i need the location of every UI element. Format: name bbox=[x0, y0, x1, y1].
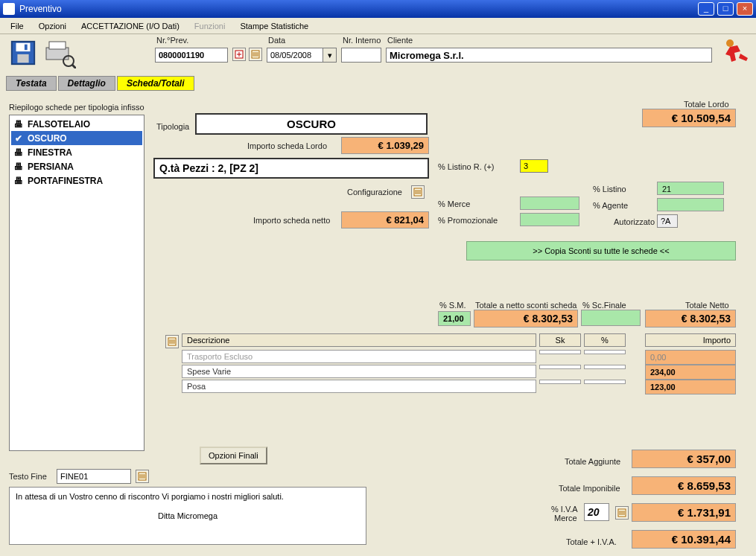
nr-prev-label: Nr.°Prev. bbox=[156, 36, 188, 45]
sk-row-0[interactable] bbox=[539, 350, 581, 354]
printer-icon: 🖶 bbox=[13, 119, 25, 130]
close-button[interactable]: × bbox=[737, 2, 753, 16]
imp-netto-label: Importo scheda netto bbox=[253, 216, 330, 225]
data-label: Data bbox=[268, 36, 285, 45]
nr-prev-button-1[interactable] bbox=[232, 48, 246, 61]
autoriz-value[interactable]: ?A bbox=[657, 214, 678, 228]
footer-line2: Ditta Micromega bbox=[16, 511, 360, 520]
merce-label: % Merce bbox=[438, 199, 470, 208]
sidebar-item-label: FINESTRA bbox=[28, 147, 72, 158]
aggiunte-value: € 357,00 bbox=[632, 450, 736, 468]
printer-icon: 🖶 bbox=[13, 162, 25, 172]
iva-pct-value[interactable]: 20 bbox=[584, 503, 609, 521]
autoriz-label: Autorizzato bbox=[614, 217, 655, 226]
sk-row-2[interactable] bbox=[539, 380, 581, 384]
sidebar-item-label: PERSIANA bbox=[28, 162, 74, 172]
testo-fine-button[interactable] bbox=[136, 470, 149, 483]
tabs: Testata Dettaglio Scheda/Totali bbox=[6, 76, 196, 91]
footer-text-box: In attesa di un Vostro cenno di riscontr… bbox=[9, 487, 366, 545]
nr-prev-button-2[interactable] bbox=[249, 48, 262, 61]
desc-row-2[interactable]: Posa bbox=[182, 380, 536, 393]
promoz-label: % Promozionale bbox=[438, 216, 498, 225]
menu-funzioni: Funzioni bbox=[188, 20, 232, 32]
promoz-value[interactable] bbox=[520, 213, 579, 226]
opzioni-finali-button[interactable]: Opzioni Finali bbox=[200, 447, 267, 464]
qta-value: Q.tà Pezzi : 2, [PZ 2] bbox=[153, 158, 429, 179]
tot-lordo-label: Totale Lordo bbox=[684, 100, 729, 109]
tab-testata[interactable]: Testata bbox=[6, 76, 57, 91]
data-dropdown-arrow[interactable]: ▾ bbox=[323, 48, 337, 63]
sidebar-item-oscuro[interactable]: ✔ OSCURO bbox=[11, 131, 142, 145]
menu-stampe[interactable]: Stampe Statistiche bbox=[234, 20, 314, 32]
svg-rect-5 bbox=[49, 42, 66, 49]
totiva-value: € 10.391,44 bbox=[632, 530, 736, 549]
sidebar-item-finestra[interactable]: 🖶 FINESTRA bbox=[11, 145, 142, 159]
print-preview-icon[interactable] bbox=[43, 39, 76, 68]
cliente-label: Cliente bbox=[387, 36, 413, 45]
sidebar-title: Riepilogo schede per tipologia infisso bbox=[9, 103, 144, 112]
testo-fine-label: Testo Fine bbox=[9, 472, 47, 481]
cliente-input[interactable] bbox=[386, 48, 712, 63]
netto-scheda-value: € 8.302,53 bbox=[474, 310, 578, 327]
sm-label: % S.M. bbox=[439, 301, 466, 310]
testo-fine-input[interactable] bbox=[57, 469, 131, 484]
configurazione-button[interactable] bbox=[411, 185, 425, 199]
listino-r-value[interactable]: 3 bbox=[520, 159, 548, 173]
printer-icon: 🖶 bbox=[13, 176, 25, 186]
titlebar: Preventivo _ □ × bbox=[0, 0, 756, 18]
sk-row-1[interactable] bbox=[539, 365, 581, 369]
sidebar-item-label: OSCURO bbox=[28, 133, 67, 144]
listino-value[interactable]: 21 bbox=[657, 182, 724, 195]
data-input[interactable] bbox=[267, 48, 323, 63]
sidebar-item-falsotelaio[interactable]: 🖶 FALSOTELAIO bbox=[11, 117, 142, 131]
tab-scheda-totali[interactable]: Scheda/Totali bbox=[117, 76, 194, 91]
merce-value[interactable] bbox=[520, 196, 579, 210]
sidebar-item-portafinestra[interactable]: 🖶 PORTAFINESTRA bbox=[11, 173, 142, 188]
listino-r-label: % Listino R. (+) bbox=[438, 162, 495, 171]
pct-row-2[interactable] bbox=[584, 380, 626, 384]
menu-accettazione[interactable]: ACCETTAZIONE (I/O Dati) bbox=[75, 20, 185, 32]
sidebar-list[interactable]: 🖶 FALSOTELAIO ✔ OSCURO 🖶 FINESTRA 🖶 PERS… bbox=[9, 115, 144, 451]
imp-netto-value: € 821,04 bbox=[341, 211, 429, 229]
imp-row-0: 0,00 bbox=[645, 350, 736, 365]
tipologia-label: Tipologia bbox=[156, 122, 189, 131]
app-icon bbox=[3, 3, 15, 15]
desc-row-0[interactable]: Trasporto Escluso bbox=[182, 350, 536, 363]
run-icon[interactable] bbox=[718, 37, 751, 70]
minimize-button[interactable]: _ bbox=[698, 2, 714, 16]
desc-edit-button[interactable] bbox=[165, 335, 179, 348]
svg-line-7 bbox=[72, 65, 76, 68]
nr-interno-input[interactable] bbox=[341, 48, 381, 63]
iva-pct-label1: % I.V.A bbox=[551, 505, 578, 514]
sidebar-item-persiana[interactable]: 🖶 PERSIANA bbox=[11, 159, 142, 173]
desc-row-1[interactable]: Spese Varie bbox=[182, 365, 536, 378]
nr-prev-input[interactable] bbox=[155, 48, 228, 63]
col-sk: Sk bbox=[539, 333, 581, 347]
svg-rect-1 bbox=[16, 43, 31, 51]
footer-line1: In attesa di un Vostro cenno di riscontr… bbox=[16, 492, 360, 501]
svg-rect-2 bbox=[17, 54, 28, 63]
imponibile-value: € 8.659,53 bbox=[632, 476, 736, 495]
maximize-button[interactable]: □ bbox=[717, 2, 734, 16]
col-pct: % bbox=[584, 333, 626, 347]
pct-row-1[interactable] bbox=[584, 365, 626, 369]
aggiunte-label: Totale Aggiunte bbox=[565, 457, 620, 466]
totiva-label: Totale + I.V.A. bbox=[566, 537, 617, 546]
content: Nr.°Prev. Data ▾ Nr. Interno Cliente Tes… bbox=[0, 34, 756, 556]
menu-file[interactable]: File bbox=[4, 20, 30, 32]
check-icon: ✔ bbox=[13, 133, 25, 144]
listino-label: % Listino bbox=[593, 185, 626, 194]
agente-value[interactable] bbox=[657, 198, 724, 211]
tipologia-value: OSCURO bbox=[195, 113, 428, 135]
iva-button[interactable] bbox=[615, 506, 629, 520]
copia-sconti-button[interactable]: >> Copia Sconti su tutte le schede << bbox=[466, 241, 736, 261]
iva-value: € 1.731,91 bbox=[632, 503, 736, 522]
tab-dettaglio[interactable]: Dettaglio bbox=[58, 76, 115, 91]
sm-value[interactable]: 21,00 bbox=[438, 311, 471, 326]
sc-finale-value[interactable] bbox=[581, 310, 641, 326]
save-icon[interactable] bbox=[9, 39, 37, 67]
pct-row-0[interactable] bbox=[584, 350, 626, 354]
menu-opzioni[interactable]: Opzioni bbox=[33, 20, 72, 32]
data-input-wrap: ▾ bbox=[267, 48, 337, 63]
printer-icon: 🖶 bbox=[13, 147, 25, 158]
